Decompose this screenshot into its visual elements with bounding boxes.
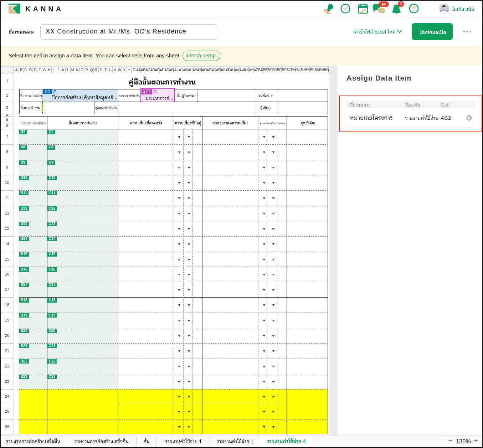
svg-text:?: ? <box>412 5 416 13</box>
